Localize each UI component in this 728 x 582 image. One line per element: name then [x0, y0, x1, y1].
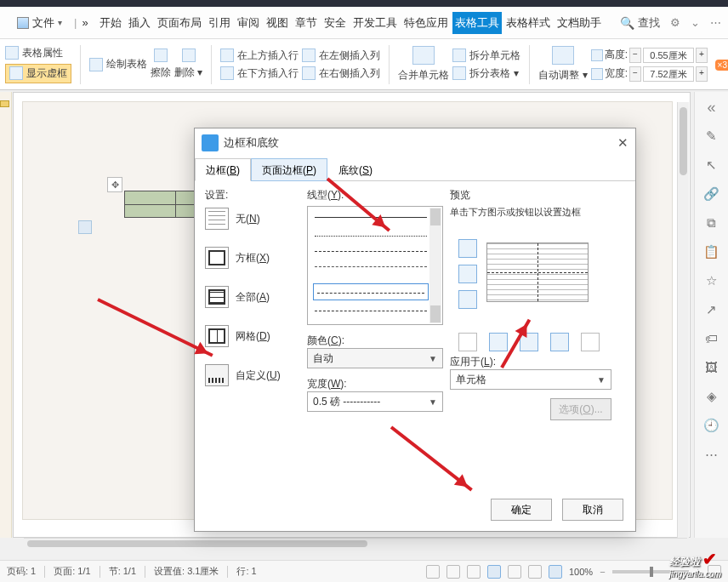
- horizontal-scrollbar[interactable]: [24, 538, 687, 548]
- more-icon[interactable]: ⋯: [710, 16, 721, 29]
- pencil-icon[interactable]: ✎: [703, 128, 720, 146]
- insert-below-button[interactable]: 在下方插入行: [220, 66, 299, 81]
- width-combo[interactable]: 0.5 磅 -----------▼: [307, 391, 443, 412]
- ok-button[interactable]: 确定: [491, 499, 552, 521]
- tab-border[interactable]: 边框(B): [195, 158, 251, 181]
- tab-table-style[interactable]: 表格样式: [503, 12, 553, 34]
- border-top-button[interactable]: [458, 239, 477, 258]
- tab-safe[interactable]: 安全: [321, 12, 349, 34]
- line-scroll-down[interactable]: [430, 305, 441, 322]
- status-page-no[interactable]: 页码: 1: [7, 565, 36, 578]
- settings-icon[interactable]: ⚙: [670, 16, 680, 29]
- line-dash2[interactable]: [315, 266, 427, 267]
- width-input[interactable]: 7.52厘米: [643, 66, 694, 82]
- tab-review[interactable]: 审阅: [235, 12, 262, 34]
- tab-chapter[interactable]: 章节: [293, 12, 320, 34]
- draw-table-button[interactable]: 绘制表格: [89, 57, 147, 71]
- ruler-marker[interactable]: [0, 100, 9, 107]
- share-icon[interactable]: ↗: [703, 302, 720, 319]
- setting-none[interactable]: 无(N): [205, 208, 300, 230]
- close-button[interactable]: ✕: [617, 135, 628, 151]
- tab-view[interactable]: 视图: [264, 12, 291, 34]
- width-inc[interactable]: +: [696, 66, 708, 82]
- border-left-button[interactable]: [489, 333, 508, 351]
- image-icon[interactable]: 🖼: [703, 360, 720, 377]
- setting-all[interactable]: 全部(A): [205, 286, 300, 308]
- width-dec[interactable]: −: [629, 66, 641, 82]
- insert-left-button[interactable]: 在左侧插入列: [302, 48, 380, 63]
- border-right-button[interactable]: [550, 333, 569, 351]
- setting-box[interactable]: 方框(X): [205, 247, 300, 269]
- clock-icon[interactable]: 🕘: [703, 418, 720, 435]
- autofit-icon[interactable]: [552, 46, 574, 65]
- tab-dev[interactable]: 开发工具: [350, 12, 400, 34]
- status-section[interactable]: 节: 1/1: [109, 565, 136, 578]
- search-button[interactable]: 🔍 查找: [620, 15, 660, 31]
- view-icon-6[interactable]: [528, 565, 542, 579]
- view-icon-5[interactable]: [508, 565, 521, 579]
- border-diag1-button[interactable]: [458, 333, 477, 351]
- tree-icon[interactable]: 🏷: [703, 331, 720, 348]
- select-icon[interactable]: ↖: [703, 157, 720, 174]
- tab-insert[interactable]: 插入: [126, 12, 153, 34]
- dialog-titlebar[interactable]: 边框和底纹 ✕: [195, 128, 635, 157]
- more-side-icon[interactable]: ⋯: [703, 447, 720, 464]
- status-page[interactable]: 页面: 1/1: [54, 565, 90, 578]
- tab-ref[interactable]: 引用: [206, 12, 233, 34]
- zoom-label[interactable]: 100%: [569, 567, 593, 577]
- v-scroll-thumb[interactable]: [680, 107, 687, 175]
- border-mid-h-button[interactable]: [458, 265, 477, 283]
- insert-above-button[interactable]: 在上方插入行: [220, 48, 299, 63]
- show-virtual-border-button[interactable]: 显示虚框: [5, 64, 71, 83]
- setting-grid[interactable]: 网格(D): [205, 325, 300, 347]
- view-icon-4[interactable]: [487, 565, 501, 579]
- more-menu[interactable]: »: [82, 16, 88, 29]
- view-icon-3[interactable]: [467, 565, 481, 579]
- setting-custom[interactable]: 自定义(U): [205, 364, 300, 386]
- collapse-panel-icon[interactable]: «: [707, 99, 715, 117]
- table-props-button[interactable]: 表格属性: [5, 46, 71, 60]
- tab-doc-helper[interactable]: 文档助手: [555, 12, 604, 34]
- border-diag2-button[interactable]: [581, 333, 600, 351]
- file-menu[interactable]: 文件 ▾: [10, 12, 69, 34]
- settings-side-icon[interactable]: ⧉: [703, 215, 720, 232]
- merge-icon[interactable]: [412, 46, 435, 65]
- zoom-out[interactable]: −: [600, 567, 605, 577]
- tab-table-tools[interactable]: 表格工具: [452, 12, 502, 34]
- border-bottom-button[interactable]: [458, 290, 477, 309]
- line-dash1[interactable]: [315, 251, 427, 252]
- vertical-scrollbar[interactable]: [677, 102, 689, 538]
- tab-page-border[interactable]: 页面边框(P): [251, 158, 327, 181]
- line-selected[interactable]: [313, 283, 429, 300]
- height-dec[interactable]: −: [629, 48, 641, 63]
- tab-start[interactable]: 开始: [97, 12, 124, 34]
- view-icon-2[interactable]: [446, 565, 460, 579]
- collapse-icon[interactable]: ⌄: [691, 16, 700, 29]
- erase-icon[interactable]: [154, 48, 168, 62]
- h-scroll-thumb[interactable]: [27, 540, 367, 547]
- height-inc[interactable]: +: [696, 48, 708, 63]
- height-input[interactable]: 0.55厘米: [643, 48, 694, 63]
- table-move-handle[interactable]: ✥: [107, 177, 122, 192]
- preview-box[interactable]: [486, 242, 589, 302]
- split-cell-button[interactable]: 拆分单元格: [452, 48, 520, 63]
- paste-icon[interactable]: 📋: [703, 244, 720, 261]
- line-scroll-up[interactable]: [430, 208, 441, 225]
- tab-special[interactable]: 特色应用: [401, 12, 451, 34]
- insert-right-button[interactable]: 在右侧插入列: [302, 66, 380, 81]
- chain-icon[interactable]: 🔗: [703, 186, 720, 203]
- line-dash3[interactable]: [315, 311, 427, 311]
- split-table-button[interactable]: 拆分表格 ▾: [452, 66, 520, 81]
- apply-combo[interactable]: 单元格▼: [450, 369, 611, 390]
- view-icon-7[interactable]: [549, 565, 562, 579]
- color-combo[interactable]: 自动▼: [307, 348, 443, 368]
- tab-shading[interactable]: 底纹(S): [327, 158, 384, 181]
- zoom-knob[interactable]: [650, 567, 653, 577]
- cube-icon[interactable]: ◈: [703, 389, 720, 406]
- view-icon-1[interactable]: [426, 565, 440, 579]
- note-icon[interactable]: [78, 220, 92, 234]
- line-dotted[interactable]: [315, 236, 427, 237]
- delete-icon[interactable]: [182, 48, 196, 62]
- tab-layout[interactable]: 页面布局: [155, 12, 204, 34]
- cancel-button[interactable]: 取消: [562, 499, 623, 521]
